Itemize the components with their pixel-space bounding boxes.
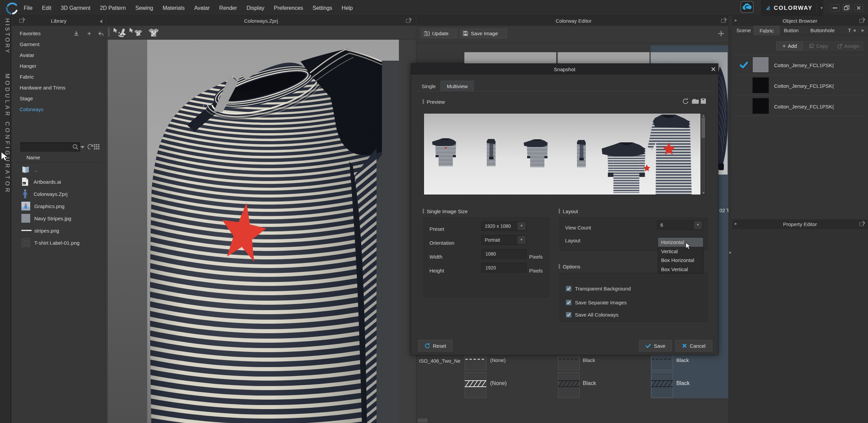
svg-text:ai: ai [23,182,25,184]
